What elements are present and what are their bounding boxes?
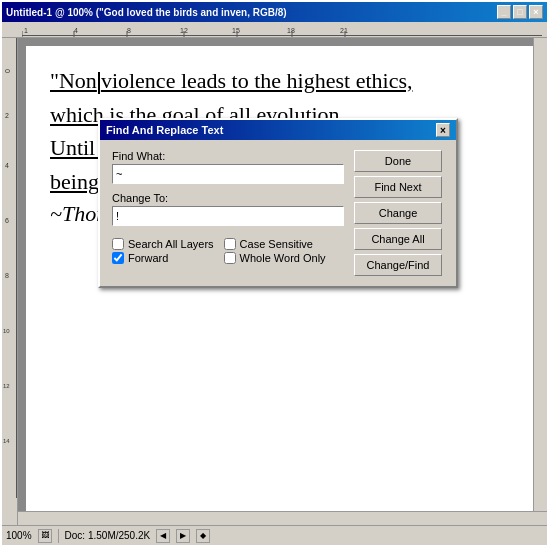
dialog-fields: Find What: Change To: Search All Layers bbox=[112, 150, 344, 276]
dialog-body: Find What: Change To: Search All Layers bbox=[100, 140, 456, 286]
doc-info: Doc: 1.50M/250.2K bbox=[65, 530, 151, 541]
status-separator bbox=[58, 529, 59, 543]
whole-word-only-checkbox[interactable] bbox=[224, 252, 236, 264]
scrollbar-vertical[interactable] bbox=[533, 38, 547, 511]
scrollbar-horizontal[interactable] bbox=[18, 511, 547, 525]
zoom-level: 100% bbox=[6, 530, 32, 541]
svg-text:4: 4 bbox=[5, 162, 9, 169]
svg-text:14: 14 bbox=[3, 438, 10, 444]
forward-item: Forward bbox=[112, 252, 214, 264]
text-cursor bbox=[98, 72, 100, 94]
status-bar: 100% 🖼 Doc: 1.50M/250.2K ◀ ▶ ◆ bbox=[2, 525, 547, 545]
forward-label: Forward bbox=[128, 252, 168, 264]
search-all-layers-label: Search All Layers bbox=[128, 238, 214, 250]
canvas-area: "Nonviolence leads to the highest ethics… bbox=[18, 38, 547, 525]
content-area: 0 2 4 6 8 10 12 14 "Nonviolence leads to… bbox=[2, 38, 547, 525]
svg-text:21: 21 bbox=[340, 27, 348, 34]
svg-rect-0 bbox=[22, 35, 542, 36]
quote-line-1: "Nonviolence leads to the highest ethics… bbox=[50, 66, 515, 96]
done-button[interactable]: Done bbox=[354, 150, 442, 172]
svg-text:8: 8 bbox=[127, 27, 131, 34]
window-title: Untitled-1 @ 100% ("God loved the birds … bbox=[6, 7, 287, 18]
change-to-label: Change To: bbox=[112, 192, 344, 204]
ruler-top: 1 4 8 12 15 18 21 bbox=[2, 22, 547, 38]
ruler-svg: 1 4 8 12 15 18 21 bbox=[22, 23, 542, 37]
change-find-button[interactable]: Change/Find bbox=[354, 254, 442, 276]
case-sensitive-item: Case Sensitive bbox=[224, 238, 326, 250]
checkboxes-area: Search All Layers Forward bbox=[112, 238, 344, 264]
svg-text:1: 1 bbox=[24, 27, 28, 34]
svg-text:10: 10 bbox=[3, 328, 10, 334]
title-bar-buttons: _ □ × bbox=[497, 5, 543, 19]
svg-text:4: 4 bbox=[74, 27, 78, 34]
whole-word-only-item: Whole Word Only bbox=[224, 252, 326, 264]
ruler-left-svg: 0 2 4 6 8 10 12 14 bbox=[2, 38, 18, 498]
status-icon: 🖼 bbox=[38, 529, 52, 543]
maximize-button[interactable]: □ bbox=[513, 5, 527, 19]
svg-text:0: 0 bbox=[4, 69, 11, 73]
svg-text:6: 6 bbox=[5, 217, 9, 224]
dialog-title-bar: Find And Replace Text × bbox=[100, 120, 456, 140]
change-to-input[interactable] bbox=[112, 206, 344, 226]
search-all-layers-item: Search All Layers bbox=[112, 238, 214, 250]
checkbox-group-right: Case Sensitive Whole Word Only bbox=[224, 238, 326, 264]
minimize-button[interactable]: _ bbox=[497, 5, 511, 19]
app-window: Untitled-1 @ 100% ("God loved the birds … bbox=[0, 0, 549, 547]
change-button[interactable]: Change bbox=[354, 202, 442, 224]
search-all-layers-checkbox[interactable] bbox=[112, 238, 124, 250]
svg-text:8: 8 bbox=[5, 272, 9, 279]
case-sensitive-label: Case Sensitive bbox=[240, 238, 313, 250]
ruler-marks: 1 4 8 12 15 18 21 bbox=[22, 22, 547, 37]
svg-rect-15 bbox=[16, 38, 17, 498]
nav-next-button[interactable]: ▶ bbox=[176, 529, 190, 543]
ruler-left: 0 2 4 6 8 10 12 14 bbox=[2, 38, 18, 525]
whole-word-only-label: Whole Word Only bbox=[240, 252, 326, 264]
dialog-buttons: Done Find Next Change Change All Change/… bbox=[354, 150, 444, 276]
find-what-input[interactable] bbox=[112, 164, 344, 184]
svg-text:15: 15 bbox=[232, 27, 240, 34]
close-button[interactable]: × bbox=[529, 5, 543, 19]
svg-text:18: 18 bbox=[287, 27, 295, 34]
nav-stop-button[interactable]: ◆ bbox=[196, 529, 210, 543]
find-what-label: Find What: bbox=[112, 150, 344, 162]
forward-checkbox[interactable] bbox=[112, 252, 124, 264]
find-next-button[interactable]: Find Next bbox=[354, 176, 442, 198]
nav-prev-button[interactable]: ◀ bbox=[156, 529, 170, 543]
dialog-box: Find And Replace Text × Find What: Chang… bbox=[98, 118, 458, 288]
change-all-button[interactable]: Change All bbox=[354, 228, 442, 250]
dialog-title: Find And Replace Text bbox=[106, 124, 223, 136]
dialog-close-button[interactable]: × bbox=[436, 123, 450, 137]
case-sensitive-checkbox[interactable] bbox=[224, 238, 236, 250]
title-bar: Untitled-1 @ 100% ("God loved the birds … bbox=[2, 2, 547, 22]
find-replace-dialog: Find And Replace Text × Find What: Chang… bbox=[98, 118, 458, 288]
svg-text:2: 2 bbox=[5, 112, 9, 119]
checkbox-group-left: Search All Layers Forward bbox=[112, 238, 214, 264]
svg-text:12: 12 bbox=[3, 383, 10, 389]
